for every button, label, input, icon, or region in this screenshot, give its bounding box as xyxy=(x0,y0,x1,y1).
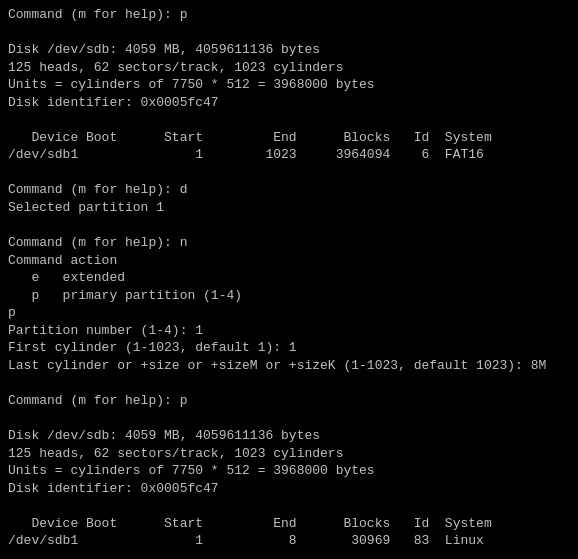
terminal-output: Command (m for help): p Disk /dev/sdb: 4… xyxy=(8,6,570,559)
terminal-window: Command (m for help): p Disk /dev/sdb: 4… xyxy=(8,6,570,559)
